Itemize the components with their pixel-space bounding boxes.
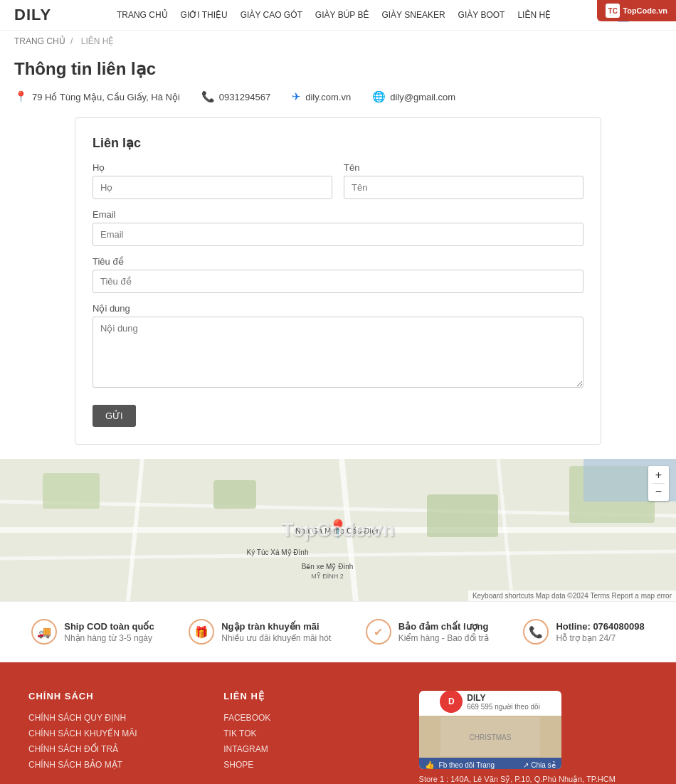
phone-icon: 📞 xyxy=(201,90,215,103)
logo[interactable]: DILY xyxy=(14,6,51,24)
form-title: Liên lạc xyxy=(93,135,583,151)
globe-icon: 🌐 xyxy=(372,90,386,103)
feature-ship-text: Ship COD toàn quốc Nhận hàng từ 3-5 ngày xyxy=(64,621,154,643)
footer-link-tiktok[interactable]: TIK TOK xyxy=(223,729,376,738)
dily-top: D DILY 669 595 người theo dõi xyxy=(434,691,546,716)
tieu-de-label: Tiêu đề xyxy=(93,256,583,267)
footer-chinh-sach-title: CHÍNH SÁCH xyxy=(28,691,181,701)
contact-address: 📍 79 Hồ Tùng Mậu, Cầu Giấy, Hà Nội xyxy=(14,90,180,103)
footer-lien-he-title: LIÊN HỆ xyxy=(223,691,376,701)
form-row-name: Họ Tên xyxy=(93,162,583,199)
svg-text:MỸ ĐÌNH 2: MỸ ĐÌNH 2 xyxy=(311,572,344,580)
map-bottom-bar: Keyboard shortcuts Map data ©2024 Terms … xyxy=(468,590,676,601)
svg-rect-7 xyxy=(43,473,100,509)
zoom-in[interactable]: + xyxy=(653,467,665,484)
dily-info: DILY 669 595 người theo dõi xyxy=(467,693,540,711)
ho-input[interactable] xyxy=(93,176,332,199)
email-group: Email xyxy=(93,209,583,246)
email-label: Email xyxy=(93,209,583,220)
ten-input[interactable] xyxy=(344,176,583,199)
email-text: dily@gmail.com xyxy=(390,92,455,102)
feature-quality-title: Bảo đảm chất lượng xyxy=(398,621,489,632)
fb-follow-label: Fb theo dõi Trang xyxy=(439,761,495,769)
nav-giay-sneaker[interactable]: GIÀY SNEAKER xyxy=(381,10,445,20)
nav-giay-boot[interactable]: GIÀY BOOT xyxy=(458,10,505,20)
nav-trang-chu[interactable]: TRANG CHỦ xyxy=(117,10,168,20)
nav-giay-cao-got[interactable]: GIÀY CAO GÓT xyxy=(241,10,302,20)
zoom-out[interactable]: − xyxy=(653,484,665,499)
feature-quality-text: Bảo đảm chất lượng Kiểm hàng - Bao đổi t… xyxy=(398,621,489,643)
noi-dung-group: Nội dung xyxy=(93,303,583,388)
feature-ship-title: Ship COD toàn quốc xyxy=(64,621,154,632)
page-title-section: Thông tin liên lạc xyxy=(0,52,676,90)
footer-link-shope[interactable]: SHOPE xyxy=(223,760,376,770)
store1: Store 1 : 140A, Lê Văn Sỹ, P.10, Q.Phú N… xyxy=(419,775,648,784)
location-icon: 📍 xyxy=(14,90,28,103)
feature-ship-sub: Nhận hàng từ 3-5 ngày xyxy=(64,633,152,643)
footer-link-instagram[interactable]: INTAGRAM xyxy=(223,744,376,754)
map-watermark: TopCode.vn xyxy=(281,519,395,541)
contact-email: 🌐 dily@gmail.com xyxy=(372,90,455,103)
feature-promo: 🎁 Ngập tràn khuyến mãi Nhiều ưu đãi khuy… xyxy=(189,619,331,645)
feature-promo-text: Ngập tràn khuyến mãi Nhiều ưu đãi khuyến… xyxy=(221,621,331,643)
ho-group: Họ xyxy=(93,162,332,199)
feature-quality: ✔ Bảo đảm chất lượng Kiểm hàng - Bao đổi… xyxy=(366,619,489,645)
fb-follow-bar: 👍 Fb theo dõi Trang ↗ Chia sẻ xyxy=(419,758,561,769)
svg-text:Ký Túc Xá Mỹ Đình: Ký Túc Xá Mỹ Đình xyxy=(247,549,309,556)
topcode-badge: TC TopCode.vn xyxy=(597,0,676,21)
header: DILY TRANG CHỦ GIỚI THIỆU GIÀY CAO GÓT G… xyxy=(0,0,676,31)
feature-quality-sub: Kiểm hàng - Bao đổi trả xyxy=(398,633,489,643)
page-title: Thông tin liên lạc xyxy=(14,59,662,79)
submit-button[interactable]: GỬI xyxy=(93,405,136,427)
noi-dung-input[interactable] xyxy=(93,317,583,388)
contact-phone: 📞 0931294567 xyxy=(201,90,270,103)
footer-link-facebook[interactable]: FACEBOOK xyxy=(223,713,376,723)
promo-icon: 🎁 xyxy=(189,619,214,645)
map-zoom-controls[interactable]: + − xyxy=(648,466,669,501)
fb-image-area: CHRISTMAS xyxy=(419,716,561,758)
footer-link-khuyen-mai[interactable]: CHÍNH SÁCH KHUYẾN MÃI xyxy=(28,729,181,738)
footer-link-doi-tra[interactable]: CHÍNH SÁCH ĐỔI TRẢ xyxy=(28,744,181,754)
svg-rect-8 xyxy=(213,480,256,509)
contact-website: ✈ dily.com.vn xyxy=(292,90,351,103)
footer-lien-he: LIÊN HỆ FACEBOOK TIK TOK INTAGRAM SHOPE xyxy=(223,691,376,784)
ten-label: Tên xyxy=(344,162,583,173)
contact-info-row: 📍 79 Hồ Tùng Mậu, Cầu Giấy, Hà Nội 📞 093… xyxy=(0,90,676,117)
ship-icon: 🚚 xyxy=(31,619,57,645)
nav-lien-he[interactable]: LIÊN HỆ xyxy=(517,10,551,20)
fb-widget: D DILY 669 595 người theo dõi CHRISTMAS … xyxy=(419,691,561,769)
fb-share-label: ↗ Chia sẻ xyxy=(523,761,555,769)
footer-social: D DILY 669 595 người theo dõi CHRISTMAS … xyxy=(419,691,648,784)
footer: CHÍNH SÁCH CHÍNH SÁCH QUY ĐỊNH CHÍNH SÁC… xyxy=(0,662,676,784)
nav-gioi-thieu[interactable]: GIỚI THIỆU xyxy=(181,10,228,20)
footer-top: CHÍNH SÁCH CHÍNH SÁCH QUY ĐỊNH CHÍNH SÁC… xyxy=(28,691,648,784)
dily-followers: 669 595 người theo dõi xyxy=(467,703,540,711)
form-section: Liên lạc Họ Tên Email Tiêu đề Nội dung G… xyxy=(0,117,676,459)
svg-text:CHRISTMAS: CHRISTMAS xyxy=(469,733,511,741)
form-card: Liên lạc Họ Tên Email Tiêu đề Nội dung G… xyxy=(75,117,601,445)
address-text: 79 Hồ Tùng Mậu, Cầu Giấy, Hà Nội xyxy=(32,92,180,102)
topcode-icon: TC xyxy=(606,4,620,18)
footer-link-bao-mat[interactable]: CHÍNH SÁCH BẢO MẬT xyxy=(28,760,181,770)
footer-link-quy-dinh[interactable]: CHÍNH SÁCH QUY ĐỊNH xyxy=(28,713,181,723)
map-section: Nhà Ga Metro Cầu Điện Ký Túc Xá Mỹ Đình … xyxy=(0,459,676,601)
breadcrumb-current: LIÊN HỆ xyxy=(81,36,115,46)
dily-avatar: D xyxy=(440,691,463,713)
nav-giay-bup-be[interactable]: GIÀY BÚP BÊ xyxy=(315,10,369,20)
email-input[interactable] xyxy=(93,223,583,246)
hotline-icon: 📞 xyxy=(523,619,549,645)
feature-promo-sub: Nhiều ưu đãi khuyến mãi hót xyxy=(221,633,331,643)
ten-group: Tên xyxy=(344,162,583,199)
svg-rect-9 xyxy=(427,494,498,537)
topcode-label: TopCode.vn xyxy=(623,6,667,15)
tieu-de-input[interactable] xyxy=(93,270,583,293)
main-nav: TRANG CHỦ GIỚI THIỆU GIÀY CAO GÓT GIÀY B… xyxy=(117,10,551,20)
breadcrumb-home[interactable]: TRANG CHỦ xyxy=(14,36,65,46)
phone-text: 0931294567 xyxy=(219,92,270,102)
svg-text:Bến xe Mỹ Đình: Bến xe Mỹ Đình xyxy=(302,563,354,571)
feature-ship: 🚚 Ship COD toàn quốc Nhận hàng từ 3-5 ng… xyxy=(31,619,154,645)
quality-icon: ✔ xyxy=(366,619,391,645)
website-icon: ✈ xyxy=(292,90,301,103)
tieu-de-group: Tiêu đề xyxy=(93,256,583,293)
breadcrumb: TRANG CHỦ / LIÊN HỆ xyxy=(0,31,676,52)
